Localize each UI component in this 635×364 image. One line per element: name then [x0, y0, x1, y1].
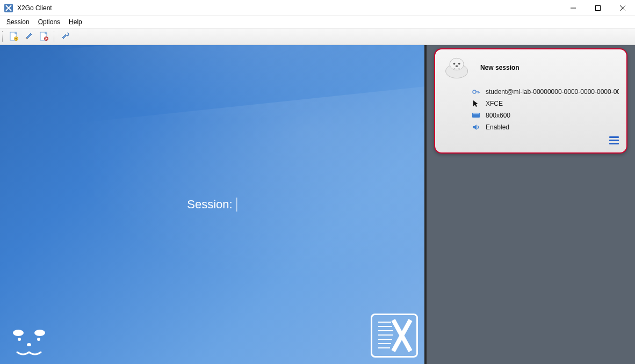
session-menu-button[interactable]: [609, 135, 619, 146]
svg-point-8: [18, 338, 21, 341]
maximize-button[interactable]: [586, 0, 610, 16]
sessions-sidebar: New session student@ml-lab-00000000-0000…: [424, 45, 635, 364]
minimize-button[interactable]: [561, 0, 586, 16]
svg-point-15: [456, 65, 458, 67]
svg-point-13: [453, 63, 456, 65]
wrench-icon: [60, 31, 71, 42]
session-label: Session:: [187, 198, 232, 212]
window-titlebar: X2Go Client: [0, 0, 635, 16]
svg-rect-1: [596, 5, 601, 10]
svg-point-7: [34, 330, 45, 336]
new-session-button[interactable]: [6, 30, 21, 43]
menu-session[interactable]: Session: [2, 17, 34, 27]
x2go-logo: [371, 314, 418, 358]
svg-point-10: [27, 343, 31, 346]
svg-point-12: [450, 58, 464, 70]
toolbar-grip: [2, 31, 4, 42]
document-delete-icon: [39, 31, 49, 42]
session-card-title: New session: [480, 64, 519, 71]
seal-decoration-icon: [6, 326, 49, 359]
settings-button[interactable]: [58, 30, 73, 43]
toolbar-separator: [54, 31, 56, 42]
session-pane: Session:: [0, 45, 424, 364]
session-sound: Enabled: [486, 123, 509, 131]
session-input[interactable]: [237, 198, 237, 212]
sound-icon: [472, 123, 480, 132]
menu-options[interactable]: Options: [34, 17, 64, 27]
menu-help[interactable]: Help: [64, 17, 86, 27]
display-icon: [472, 111, 480, 120]
close-button[interactable]: [610, 0, 635, 16]
menubar: Session Options Help: [0, 16, 635, 28]
session-desktop-row: XFCE: [443, 98, 619, 110]
svg-point-16: [473, 90, 476, 93]
key-icon: [472, 88, 480, 96]
window-title: X2Go Client: [17, 4, 561, 12]
delete-session-button[interactable]: [37, 30, 52, 43]
session-seal-icon: [443, 55, 473, 81]
svg-rect-18: [473, 113, 479, 114]
pencil-icon: [24, 31, 34, 42]
session-connection-row: student@ml-lab-00000000-0000-0000-0000-0…: [443, 86, 619, 98]
session-resolution-row: 800x600: [443, 110, 619, 121]
mouse-icon: [472, 99, 480, 108]
session-desktop: XFCE: [486, 100, 503, 107]
edit-session-button[interactable]: [21, 30, 37, 43]
svg-point-6: [13, 330, 24, 336]
session-card[interactable]: New session student@ml-lab-00000000-0000…: [434, 48, 627, 154]
svg-point-14: [458, 63, 460, 65]
toolbar: [0, 28, 635, 45]
document-new-icon: [9, 31, 19, 42]
session-sound-row: Enabled: [443, 121, 619, 133]
main-area: Session:: [0, 45, 635, 364]
session-connection: student@ml-lab-00000000-0000-0000-0000-0…: [486, 88, 619, 96]
session-resolution: 800x600: [486, 112, 510, 119]
svg-point-9: [37, 338, 40, 341]
app-icon: [4, 4, 13, 12]
